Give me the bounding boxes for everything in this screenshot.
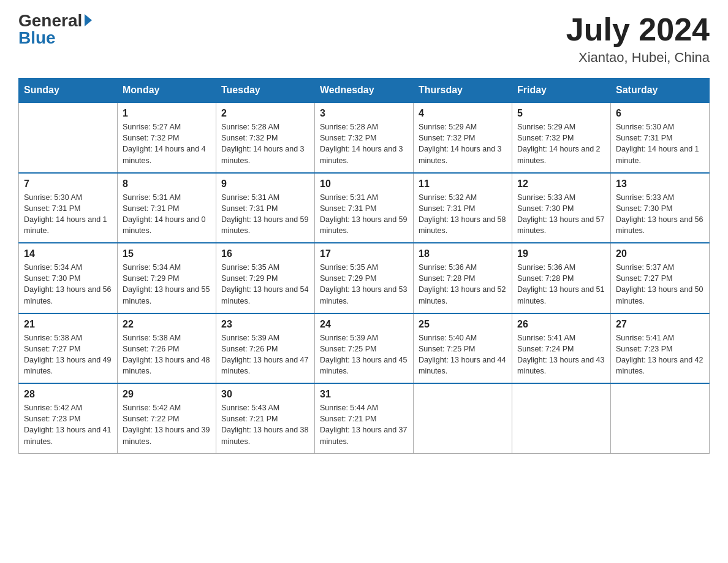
day-number: 5: [517, 108, 605, 119]
calendar-cell: [19, 102, 118, 173]
day-number: 29: [123, 389, 211, 400]
day-number: 18: [419, 248, 507, 259]
calendar-cell: 18Sunrise: 5:36 AMSunset: 7:28 PMDayligh…: [414, 243, 512, 313]
page-header: General Blue July 2024 Xiantao, Hubei, C…: [18, 12, 710, 66]
day-number: 22: [123, 319, 211, 330]
day-info: Sunrise: 5:31 AMSunset: 7:31 PMDaylight:…: [221, 192, 309, 237]
day-info: Sunrise: 5:44 AMSunset: 7:21 PMDaylight:…: [320, 402, 408, 447]
calendar-header-thursday: Thursday: [414, 79, 512, 103]
calendar-header-wednesday: Wednesday: [315, 79, 414, 103]
day-info: Sunrise: 5:28 AMSunset: 7:32 PMDaylight:…: [320, 121, 408, 166]
day-number: 1: [123, 108, 211, 119]
day-number: 15: [123, 248, 211, 259]
calendar-cell: 14Sunrise: 5:34 AMSunset: 7:30 PMDayligh…: [19, 243, 118, 313]
day-number: 2: [221, 108, 309, 119]
day-info: Sunrise: 5:33 AMSunset: 7:30 PMDaylight:…: [616, 192, 704, 237]
day-info: Sunrise: 5:27 AMSunset: 7:32 PMDaylight:…: [123, 121, 211, 166]
calendar-cell: 24Sunrise: 5:39 AMSunset: 7:25 PMDayligh…: [315, 313, 414, 384]
day-info: Sunrise: 5:33 AMSunset: 7:30 PMDaylight:…: [517, 192, 605, 237]
location-text: Xiantao, Hubei, China: [566, 50, 710, 66]
day-info: Sunrise: 5:35 AMSunset: 7:29 PMDaylight:…: [320, 262, 408, 307]
day-info: Sunrise: 5:38 AMSunset: 7:26 PMDaylight:…: [123, 332, 211, 377]
calendar-week-row: 7Sunrise: 5:30 AMSunset: 7:31 PMDaylight…: [19, 173, 710, 243]
day-number: 21: [24, 319, 112, 330]
day-info: Sunrise: 5:35 AMSunset: 7:29 PMDaylight:…: [221, 262, 309, 307]
day-number: 4: [419, 108, 507, 119]
day-info: Sunrise: 5:32 AMSunset: 7:31 PMDaylight:…: [419, 192, 507, 237]
calendar-cell: 21Sunrise: 5:38 AMSunset: 7:27 PMDayligh…: [19, 313, 118, 384]
day-number: 25: [419, 319, 507, 330]
calendar-cell: 2Sunrise: 5:28 AMSunset: 7:32 PMDaylight…: [216, 102, 315, 173]
calendar-cell: 4Sunrise: 5:29 AMSunset: 7:32 PMDaylight…: [414, 102, 512, 173]
day-number: 11: [419, 178, 507, 190]
calendar-table: SundayMondayTuesdayWednesdayThursdayFrid…: [18, 78, 710, 454]
day-info: Sunrise: 5:42 AMSunset: 7:23 PMDaylight:…: [24, 402, 112, 447]
calendar-cell: 19Sunrise: 5:36 AMSunset: 7:28 PMDayligh…: [512, 243, 611, 313]
day-info: Sunrise: 5:37 AMSunset: 7:27 PMDaylight:…: [616, 262, 704, 307]
day-number: 10: [320, 178, 408, 190]
day-info: Sunrise: 5:39 AMSunset: 7:25 PMDaylight:…: [320, 332, 408, 377]
day-number: 19: [517, 248, 605, 259]
calendar-header-row: SundayMondayTuesdayWednesdayThursdayFrid…: [19, 79, 710, 103]
day-info: Sunrise: 5:38 AMSunset: 7:27 PMDaylight:…: [24, 332, 112, 377]
calendar-cell: 20Sunrise: 5:37 AMSunset: 7:27 PMDayligh…: [611, 243, 710, 313]
day-number: 8: [123, 178, 211, 190]
calendar-cell: 29Sunrise: 5:42 AMSunset: 7:22 PMDayligh…: [118, 383, 216, 453]
day-number: 31: [320, 389, 408, 400]
day-number: 7: [24, 178, 112, 190]
day-info: Sunrise: 5:34 AMSunset: 7:30 PMDaylight:…: [24, 262, 112, 307]
day-info: Sunrise: 5:42 AMSunset: 7:22 PMDaylight:…: [123, 402, 211, 447]
calendar-header-friday: Friday: [512, 79, 611, 103]
calendar-cell: [414, 383, 512, 453]
calendar-cell: [611, 383, 710, 453]
calendar-week-row: 1Sunrise: 5:27 AMSunset: 7:32 PMDaylight…: [19, 102, 710, 173]
calendar-cell: 12Sunrise: 5:33 AMSunset: 7:30 PMDayligh…: [512, 173, 611, 243]
calendar-cell: 16Sunrise: 5:35 AMSunset: 7:29 PMDayligh…: [216, 243, 315, 313]
calendar-cell: 27Sunrise: 5:41 AMSunset: 7:23 PMDayligh…: [611, 313, 710, 384]
day-number: 26: [517, 319, 605, 330]
day-info: Sunrise: 5:30 AMSunset: 7:31 PMDaylight:…: [616, 121, 704, 166]
calendar-cell: 9Sunrise: 5:31 AMSunset: 7:31 PMDaylight…: [216, 173, 315, 243]
calendar-header-saturday: Saturday: [611, 79, 710, 103]
calendar-cell: 5Sunrise: 5:29 AMSunset: 7:32 PMDaylight…: [512, 102, 611, 173]
day-info: Sunrise: 5:29 AMSunset: 7:32 PMDaylight:…: [517, 121, 605, 166]
day-info: Sunrise: 5:43 AMSunset: 7:21 PMDaylight:…: [221, 402, 309, 447]
calendar-cell: 17Sunrise: 5:35 AMSunset: 7:29 PMDayligh…: [315, 243, 414, 313]
day-number: 23: [221, 319, 309, 330]
day-info: Sunrise: 5:31 AMSunset: 7:31 PMDaylight:…: [123, 192, 211, 237]
day-info: Sunrise: 5:28 AMSunset: 7:32 PMDaylight:…: [221, 121, 309, 166]
calendar-header-sunday: Sunday: [19, 79, 118, 103]
day-number: 12: [517, 178, 605, 190]
month-year-title: July 2024: [566, 12, 710, 47]
calendar-cell: 11Sunrise: 5:32 AMSunset: 7:31 PMDayligh…: [414, 173, 512, 243]
day-info: Sunrise: 5:36 AMSunset: 7:28 PMDaylight:…: [419, 262, 507, 307]
calendar-header-monday: Monday: [118, 79, 216, 103]
day-number: 17: [320, 248, 408, 259]
day-number: 24: [320, 319, 408, 330]
day-info: Sunrise: 5:31 AMSunset: 7:31 PMDaylight:…: [320, 192, 408, 237]
logo-general-text: General: [18, 12, 82, 29]
day-number: 14: [24, 248, 112, 259]
day-info: Sunrise: 5:41 AMSunset: 7:24 PMDaylight:…: [517, 332, 605, 377]
calendar-cell: 15Sunrise: 5:34 AMSunset: 7:29 PMDayligh…: [118, 243, 216, 313]
title-block: July 2024 Xiantao, Hubei, China: [566, 12, 710, 66]
calendar-cell: 30Sunrise: 5:43 AMSunset: 7:21 PMDayligh…: [216, 383, 315, 453]
day-number: 27: [616, 319, 704, 330]
calendar-cell: 28Sunrise: 5:42 AMSunset: 7:23 PMDayligh…: [19, 383, 118, 453]
calendar-week-row: 21Sunrise: 5:38 AMSunset: 7:27 PMDayligh…: [19, 313, 710, 384]
calendar-cell: [512, 383, 611, 453]
calendar-week-row: 14Sunrise: 5:34 AMSunset: 7:30 PMDayligh…: [19, 243, 710, 313]
calendar-cell: 31Sunrise: 5:44 AMSunset: 7:21 PMDayligh…: [315, 383, 414, 453]
logo-arrow-icon: [85, 14, 92, 26]
day-number: 13: [616, 178, 704, 190]
day-number: 3: [320, 108, 408, 119]
day-number: 28: [24, 389, 112, 400]
calendar-cell: 23Sunrise: 5:39 AMSunset: 7:26 PMDayligh…: [216, 313, 315, 384]
day-info: Sunrise: 5:34 AMSunset: 7:29 PMDaylight:…: [123, 262, 211, 307]
calendar-cell: 26Sunrise: 5:41 AMSunset: 7:24 PMDayligh…: [512, 313, 611, 384]
calendar-cell: 10Sunrise: 5:31 AMSunset: 7:31 PMDayligh…: [315, 173, 414, 243]
day-info: Sunrise: 5:39 AMSunset: 7:26 PMDaylight:…: [221, 332, 309, 377]
calendar-cell: 3Sunrise: 5:28 AMSunset: 7:32 PMDaylight…: [315, 102, 414, 173]
day-info: Sunrise: 5:30 AMSunset: 7:31 PMDaylight:…: [24, 192, 112, 237]
day-number: 9: [221, 178, 309, 190]
